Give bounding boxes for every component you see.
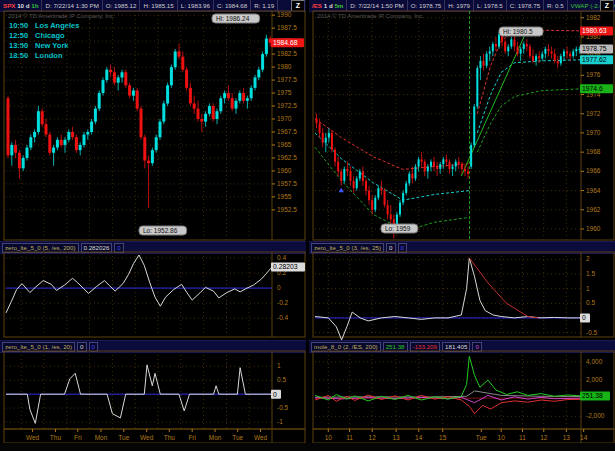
- svg-text:2,000: 2,000: [586, 376, 603, 383]
- svg-text:1987.5: 1987.5: [277, 24, 297, 31]
- svg-text:Wed: Wed: [140, 434, 154, 441]
- svg-text:12: 12: [369, 434, 377, 441]
- svg-text:11: 11: [519, 434, 526, 441]
- svg-text:Mon: Mon: [209, 434, 222, 441]
- svg-text:1976: 1976: [586, 71, 601, 78]
- svg-text:1970: 1970: [277, 115, 292, 122]
- vwap-day2: [477, 60, 581, 133]
- svg-text:Lo: 1952.86: Lo: 1952.86: [143, 227, 178, 234]
- candles[interactable]: [7, 35, 272, 208]
- svg-text:1952.5: 1952.5: [277, 206, 297, 213]
- plot-frame: [313, 252, 614, 337]
- svg-text:Wed: Wed: [26, 434, 40, 441]
- chart-panel-spx[interactable]: 2014 © TD Ameritrade IP Company, Inc. SP…: [0, 0, 306, 451]
- svg-text:1.5: 1.5: [586, 270, 595, 277]
- svg-text:1977.62: 1977.62: [582, 56, 607, 63]
- bottom-strip: [0, 443, 615, 451]
- svg-text:Tue: Tue: [232, 434, 243, 441]
- svg-text:1955: 1955: [277, 193, 292, 200]
- price-badge: 1974.6: [580, 84, 613, 93]
- svg-text:-2,000: -2,000: [586, 412, 605, 419]
- svg-text:-0.5: -0.5: [277, 404, 289, 411]
- plot-frame: [4, 11, 305, 240]
- svg-text:1977.5: 1977.5: [277, 76, 297, 83]
- hi-callout: Hi: 1980.5: [499, 27, 543, 36]
- price-badge: 1980.63: [580, 26, 613, 35]
- svg-text:-1: -1: [277, 418, 283, 425]
- svg-text:1: 1: [586, 285, 590, 292]
- svg-text:10: 10: [325, 434, 333, 441]
- svg-text:-0.2: -0.2: [277, 299, 289, 306]
- indicator-plot-2[interactable]: 10.50-0.5-10: [6, 362, 289, 425]
- svg-text:Wed: Wed: [254, 434, 268, 441]
- plot-frame: [313, 11, 614, 240]
- svg-text:0.4: 0.4: [277, 254, 286, 261]
- svg-text:1967.5: 1967.5: [277, 128, 297, 135]
- svg-text:251.38: 251.38: [582, 392, 603, 399]
- hi-callout: Hi: 1986.24: [212, 14, 260, 23]
- indicator-series: [469, 258, 538, 318]
- svg-text:1968: 1968: [586, 148, 601, 155]
- svg-text:1966: 1966: [586, 167, 601, 174]
- price-badge: 1977.62: [580, 55, 613, 64]
- svg-text:0.5: 0.5: [277, 376, 286, 383]
- indicator-badge: 0: [580, 313, 590, 322]
- indicator-plot-1[interactable]: 0.40.20-0.2-0.40.28203: [6, 254, 305, 321]
- svg-text:12: 12: [540, 434, 548, 441]
- svg-text:1962: 1962: [586, 206, 601, 213]
- svg-text:1962.5: 1962.5: [277, 154, 297, 161]
- candles[interactable]: [316, 32, 581, 238]
- buy-arrow-marker[interactable]: [339, 188, 344, 193]
- svg-text:14: 14: [415, 434, 423, 441]
- chart-panel-es[interactable]: 2014 © TD Ameritrade IP Company, Inc. /E…: [309, 0, 615, 451]
- svg-text:0: 0: [582, 314, 586, 321]
- indicator-plot-2[interactable]: 4,0002,000-2,000251.38: [315, 356, 610, 419]
- svg-text:13: 13: [393, 434, 401, 441]
- indicator-series: [315, 356, 581, 401]
- price-axis: 1982198019781976197419721970196819661964…: [315, 14, 601, 232]
- svg-text:1972: 1972: [586, 110, 601, 117]
- svg-text:0: 0: [273, 391, 277, 398]
- svg-text:11: 11: [346, 434, 353, 441]
- chart-svg-spx[interactable]: 19901987.519851982.519801977.519751972.5…: [0, 0, 306, 451]
- svg-text:1978.75: 1978.75: [582, 45, 607, 52]
- svg-text:0.5: 0.5: [586, 299, 595, 306]
- indicator-series: [315, 258, 581, 340]
- indicator-series: [6, 255, 272, 313]
- svg-text:1982.5: 1982.5: [277, 50, 297, 57]
- svg-text:13: 13: [563, 434, 571, 441]
- plot-frame: [4, 351, 305, 429]
- svg-text:2: 2: [586, 255, 590, 262]
- svg-text:1965: 1965: [277, 141, 292, 148]
- svg-text:Hi: 1980.5: Hi: 1980.5: [503, 28, 533, 35]
- svg-text:1972.5: 1972.5: [277, 102, 297, 109]
- svg-text:Tue: Tue: [118, 434, 129, 441]
- lo-callout: Lo: 1952.86: [139, 226, 187, 235]
- svg-text:1980: 1980: [277, 63, 292, 70]
- svg-text:1964: 1964: [586, 187, 601, 194]
- svg-text:1984.68: 1984.68: [273, 39, 298, 46]
- svg-text:Tue: Tue: [476, 434, 487, 441]
- svg-text:1974.6: 1974.6: [582, 85, 603, 92]
- time-axis: 101112131415Tue1011121314: [325, 429, 588, 441]
- chart-svg-es[interactable]: 1982198019781976197419721970196819661964…: [309, 0, 615, 451]
- svg-text:1982: 1982: [586, 14, 601, 21]
- indicator-plot-1[interactable]: 21.510.50-0.50: [315, 255, 598, 340]
- time-axis: WedThuFriMonTueWedThuFriMonTueWed: [26, 429, 268, 441]
- svg-text:Mon: Mon: [95, 434, 108, 441]
- svg-text:1970: 1970: [586, 129, 601, 136]
- plot-frame: [313, 351, 614, 429]
- svg-text:Hi: 1986.24: Hi: 1986.24: [216, 15, 250, 22]
- svg-text:Thu: Thu: [50, 434, 62, 441]
- tos-flexible-grid: 2014 © TD Ameritrade IP Company, Inc. SP…: [0, 0, 615, 451]
- svg-text:1960: 1960: [586, 225, 601, 232]
- vwap-lower-band-day2: [477, 89, 581, 152]
- svg-text:Fri: Fri: [74, 434, 82, 441]
- svg-text:15: 15: [439, 434, 447, 441]
- svg-text:1975: 1975: [277, 89, 292, 96]
- svg-text:4,000: 4,000: [586, 358, 603, 365]
- svg-text:0.28203: 0.28203: [273, 263, 298, 270]
- price-axis: 19901987.519851982.519801977.519751972.5…: [6, 11, 297, 213]
- svg-text:1960: 1960: [277, 167, 292, 174]
- svg-text:Lo: 1959: Lo: 1959: [385, 225, 411, 232]
